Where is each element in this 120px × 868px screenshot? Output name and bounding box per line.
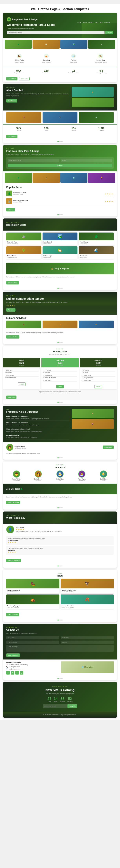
nav-blog[interactable]: Blog (100, 22, 103, 23)
team-nature-bg: Join Our Team 🌲 (3, 484, 117, 494)
blog-content: BLOG Blog 🥾 Top 10 hiking trails Jan 15,… (3, 570, 117, 612)
find-view-all[interactable]: View All (6, 208, 15, 211)
faq-dot-1 (57, 457, 58, 458)
feature-camping-text: Under the stars (34, 61, 59, 63)
team-member-3: 👨‍🍳 Robert Lee Chef (50, 470, 70, 481)
hero-search: Search (7, 31, 113, 34)
youtube-icon[interactable]: y (20, 671, 23, 675)
contact-phone-input[interactable] (6, 641, 59, 644)
faq-q-3[interactable]: What is the cancellation policy? (6, 428, 69, 430)
testimonials-dots (3, 564, 117, 568)
activity-img-1: 🥾 (6, 320, 41, 329)
dest-dot-3 (62, 287, 63, 289)
blog-post-title-4[interactable]: Seasonal activities (62, 605, 113, 607)
notify-email-input[interactable] (43, 704, 67, 708)
nav-contact[interactable]: Contact (104, 22, 110, 23)
countdown-days-num: 25 (47, 697, 51, 701)
blog-post-title-1[interactable]: Top 10 hiking trails (7, 589, 58, 591)
find-img-2: 🏕️ (32, 173, 60, 183)
faq-q-2[interactable]: What activities are available? (6, 422, 69, 424)
psf-1: ✓ 4 Persons (43, 369, 77, 372)
hero-nav: Home About Gallery FAQ Blog Contact (77, 22, 110, 23)
quote-dots (3, 340, 117, 344)
team-role-5: Ranger (94, 480, 114, 481)
pricing-premium-btn[interactable]: Select (94, 385, 102, 388)
countdown-seconds-num: 52 (67, 697, 73, 701)
contact-submit-btn[interactable]: Send Message (6, 653, 20, 657)
find-state-input[interactable] (8, 159, 59, 162)
team-view-btn[interactable]: Meet The Team (6, 501, 20, 504)
pricing-book-btn[interactable]: Book Now (6, 396, 17, 399)
pricing-title: Pricing Plan (6, 350, 114, 353)
pricing-premium-price: $89 (81, 361, 115, 365)
find-search-button[interactable]: Find Park (8, 164, 112, 167)
contact-subject-input[interactable] (61, 641, 114, 644)
testimonial-avatar-main: 👤 (6, 526, 14, 533)
nature-hero-bg: FEATURED Nullam semper etiam tempor Lore… (3, 292, 117, 315)
contact-dot-1 (57, 678, 58, 679)
about-gallery-2: 🦅 (43, 112, 78, 123)
pricing-standard-btn[interactable]: Select (56, 385, 64, 388)
test-dot-1 (57, 565, 58, 566)
testimonial-stars-3: ★★★★☆ (8, 551, 112, 553)
contact-name-input[interactable] (6, 636, 59, 640)
faq-q-1[interactable]: How do I make a reservation? (6, 416, 69, 417)
find-img-4: 🌄 (88, 173, 115, 183)
search-input[interactable] (7, 31, 104, 34)
about-stat-1: 5K+ Visitors (6, 127, 31, 131)
park-item-2: ⛰️ Grand Canyon Park Arizona, USA ★★★★★ (6, 197, 114, 205)
team-member-4: 👩‍💼 Anna Taylor Receptionist (72, 470, 92, 481)
faq-title: Frequently Asked Questions (6, 410, 69, 413)
about-read-more[interactable]: Read More (6, 99, 17, 102)
phone-icon: 📞 (6, 666, 8, 668)
contact-title: Contact Us (6, 628, 114, 631)
feature-fishing-text: Best spots (62, 61, 86, 63)
section-coming-soon: LAUNCHING SOON New Site is Coming We are… (3, 682, 117, 718)
hero-logo: 🌲 Rangeland Park & Lodge (7, 17, 113, 22)
section-staff: OUR TEAM Our Staff 👨 James Wilson Park M… (3, 462, 117, 509)
team-role-3: Chef (50, 480, 70, 481)
email-icon: ✉️ (6, 668, 8, 670)
twitter-icon[interactable]: t (11, 671, 14, 675)
stat-years: 15 Years Experience (61, 69, 86, 73)
feature-fishing-title: Fishing (62, 59, 86, 61)
about-cta-btn[interactable]: Get Started (6, 135, 18, 138)
contact-text: Get in touch with us for reservations an… (6, 632, 114, 634)
faq-q-4[interactable]: Are pets allowed? (6, 434, 69, 436)
quote-discover-btn[interactable]: Discover (6, 308, 16, 312)
activity-btn[interactable]: View Activities (6, 335, 19, 339)
countdown-hours-label: Hours (54, 701, 58, 702)
about-gallery-1: 🌄 (6, 112, 41, 123)
testimonials-more-btn[interactable]: View All Reviews (6, 559, 21, 562)
faq-contact-btn[interactable]: Contact Us (103, 445, 114, 449)
learn-more-button[interactable]: Learn More (6, 77, 18, 81)
search-button[interactable]: Search (105, 31, 113, 34)
nav-faq[interactable]: FAQ (95, 22, 98, 23)
logo-text: Rangeland Park & Lodge (12, 18, 38, 21)
dest-explore-btn[interactable]: Explore More (6, 281, 19, 284)
contact-email-input[interactable] (61, 636, 114, 640)
quote-label: FEATURED (6, 295, 114, 297)
nav-home[interactable]: Home (77, 22, 81, 23)
contact-label: CONTACT US (6, 626, 114, 628)
book-now-button[interactable]: Book Now (19, 77, 30, 81)
blog-post-title-2[interactable]: Wildlife spotting guide (62, 589, 113, 591)
blog-view-btn[interactable]: View All Posts (6, 613, 19, 616)
find-activity-input[interactable] (61, 159, 112, 162)
nav-about[interactable]: About (83, 22, 87, 23)
notify-btn[interactable]: Notify Me (68, 704, 77, 708)
team-grid: 👨 James Wilson Park Manager 👩 Emily Brow… (6, 470, 114, 481)
facebook-icon[interactable]: f (6, 671, 10, 675)
countdown-row: 25 Days 14 Hours 38 Minutes 52 Seconds (6, 697, 114, 702)
blog-post-title-3[interactable]: Best camping spots (7, 605, 58, 607)
instagram-icon[interactable]: i (15, 671, 19, 675)
pricing-basic-btn[interactable]: Select (18, 382, 26, 386)
blog-dot-2 (59, 619, 61, 621)
coming-soon-bg: LAUNCHING SOON New Site is Coming We are… (3, 682, 117, 712)
countdown-seconds-label: Seconds (67, 701, 73, 702)
nav-gallery[interactable]: Gallery (89, 22, 93, 23)
coming-soon-title: New Site is Coming (6, 688, 114, 692)
pricing-label: PRICING (6, 348, 114, 350)
contact-message-input[interactable] (6, 645, 114, 652)
contact-dot-3 (62, 678, 63, 679)
